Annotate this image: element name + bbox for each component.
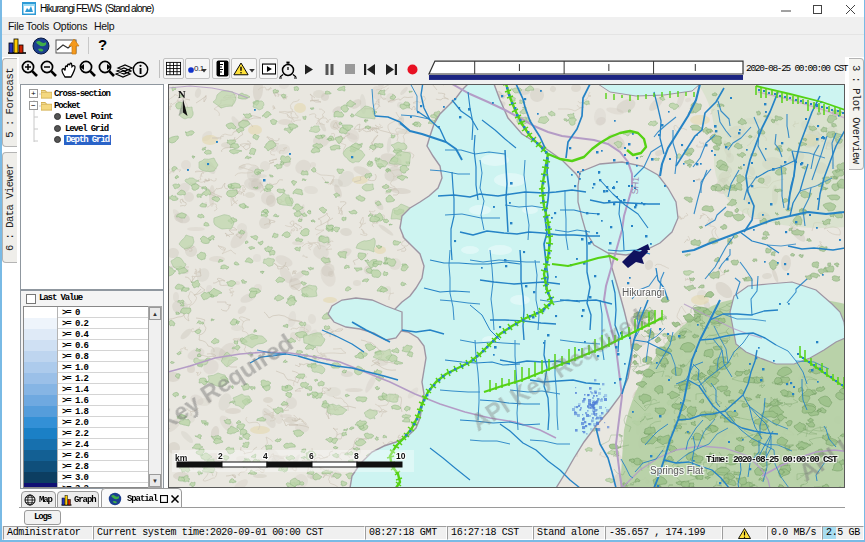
svg-text:Time: 2020-08-25 00:00:00 CST: Time: 2020-08-25 00:00:00 CST [706, 454, 838, 465]
svg-text:Springs Flat: Springs Flat [650, 465, 704, 476]
svg-text:SH1: SH1 [630, 176, 641, 194]
svg-text:N: N [178, 89, 186, 100]
svg-text:2: 2 [218, 451, 223, 461]
svg-text:Hikurangi: Hikurangi [622, 287, 664, 298]
svg-text:4: 4 [263, 451, 268, 461]
svg-text:8: 8 [354, 451, 359, 461]
svg-text:10: 10 [396, 451, 406, 461]
svg-text:6: 6 [309, 451, 314, 461]
